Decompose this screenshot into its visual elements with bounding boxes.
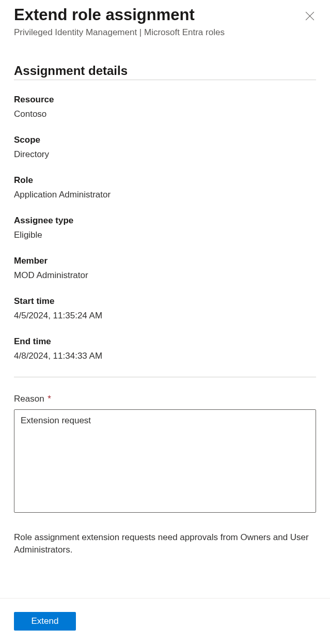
extend-button[interactable]: Extend [14, 612, 76, 631]
field-value: Eligible [14, 230, 316, 240]
field-value: Directory [14, 149, 316, 160]
field-value: 4/8/2024, 11:34:33 AM [14, 351, 316, 361]
required-indicator: * [48, 394, 51, 404]
reason-label: Reason [14, 394, 44, 404]
panel-header: Extend role assignment Privileged Identi… [14, 5, 316, 38]
field-label: End time [14, 336, 316, 347]
field-role: Role Application Administrator [14, 175, 316, 200]
field-label: Assignee type [14, 216, 316, 226]
reason-label-row: Reason * [14, 394, 316, 404]
field-value: 4/5/2024, 11:35:24 AM [14, 311, 316, 321]
field-label: Start time [14, 296, 316, 306]
field-assignee-type: Assignee type Eligible [14, 216, 316, 240]
field-value: Contoso [14, 109, 316, 119]
close-button[interactable] [304, 10, 316, 23]
panel-subtitle: Privileged Identity Management | Microso… [14, 27, 316, 38]
field-start-time: Start time 4/5/2024, 11:35:24 AM [14, 296, 316, 321]
field-value: MOD Administrator [14, 270, 316, 281]
field-label: Role [14, 175, 316, 186]
field-label: Scope [14, 135, 316, 145]
panel-footer: Extend [0, 598, 330, 644]
close-icon [305, 11, 315, 22]
field-label: Member [14, 256, 316, 266]
field-value: Application Administrator [14, 190, 316, 200]
reason-textarea[interactable] [14, 409, 316, 513]
field-member: Member MOD Administrator [14, 256, 316, 281]
divider [14, 377, 316, 377]
panel-title: Extend role assignment [14, 5, 316, 25]
field-end-time: End time 4/8/2024, 11:34:33 AM [14, 336, 316, 361]
extend-role-panel: Extend role assignment Privileged Identi… [0, 0, 330, 557]
section-heading-assignment-details: Assignment details [14, 64, 316, 80]
field-scope: Scope Directory [14, 135, 316, 160]
field-resource: Resource Contoso [14, 95, 316, 119]
helper-text: Role assignment extension requests need … [14, 531, 316, 557]
field-label: Resource [14, 95, 316, 105]
